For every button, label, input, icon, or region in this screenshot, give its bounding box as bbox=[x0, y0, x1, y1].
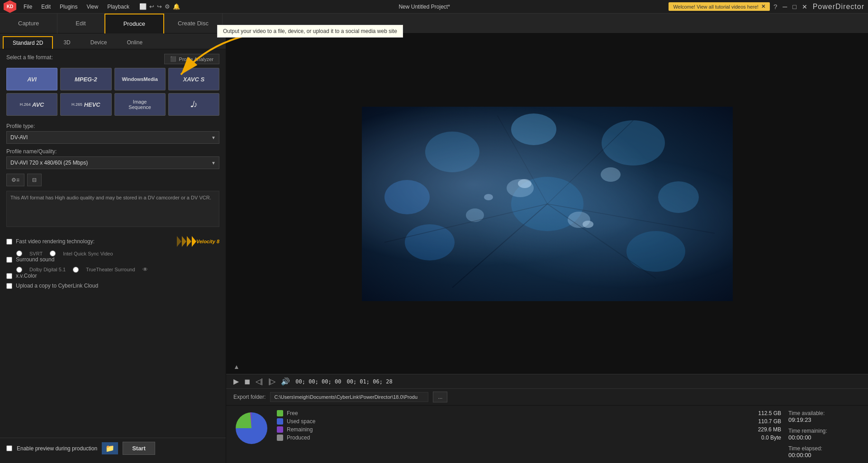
svg-point-5 bbox=[602, 120, 665, 165]
profile-type-section: Profile type: DV-AVI Profile name/Qualit… bbox=[0, 123, 226, 236]
menu-playback[interactable]: Playback bbox=[104, 3, 133, 11]
subtab-online[interactable]: Online bbox=[117, 36, 152, 49]
profile-quality-label: Profile name/Quality: bbox=[6, 148, 219, 155]
main-tabs: Capture Edit Produce Create Disc bbox=[0, 14, 868, 33]
truetheater-radio[interactable] bbox=[73, 267, 79, 273]
cyberlink-checkbox[interactable] bbox=[6, 283, 12, 289]
prev-button[interactable]: ◁| bbox=[256, 377, 263, 386]
left-panel: Standard 2D 3D Device Online Select a fi… bbox=[0, 33, 226, 463]
eject-control[interactable]: ▲ bbox=[233, 363, 240, 370]
profile-analyzer-btn[interactable]: ⬛ Profile Analyzer bbox=[164, 54, 219, 64]
svg-point-10 bbox=[384, 180, 430, 214]
legend-value-remaining: 229.6 MB bbox=[745, 426, 781, 433]
xvcolor-checkbox[interactable] bbox=[6, 273, 12, 279]
storage-legend: Free 112.5 GB Used space 110.7 GB Remain… bbox=[277, 410, 781, 458]
cyberlink-row: Upload a copy to CyberLink Cloud bbox=[6, 283, 219, 289]
menu-file[interactable]: File bbox=[20, 3, 36, 11]
format-imageseq[interactable]: ImageSequence bbox=[114, 93, 166, 116]
toolbar-icon-settings[interactable]: ⚙ bbox=[165, 3, 170, 10]
surround-label: Surround sound bbox=[16, 256, 54, 263]
format-windowsmedia[interactable]: WindowsMedia bbox=[114, 68, 166, 90]
more-button[interactable]: ... bbox=[433, 392, 447, 402]
minimize-btn[interactable]: ─ bbox=[781, 3, 789, 10]
tab-create-disc[interactable]: Create Disc bbox=[164, 14, 223, 33]
tutorial-banner[interactable]: Welcome! View all tutorial videos here! … bbox=[669, 2, 770, 11]
fast-rendering-label: Fast video rendering technology: bbox=[16, 238, 95, 245]
export-path-input[interactable] bbox=[270, 392, 428, 402]
play-button[interactable]: ▶ bbox=[233, 377, 239, 386]
start-button[interactable]: Start bbox=[123, 442, 155, 455]
profile-quality-select[interactable]: DV-AVI 720 x 480/60i (25 Mbps) bbox=[6, 156, 219, 169]
close-btn[interactable]: ✕ bbox=[800, 3, 809, 10]
svrt-radio[interactable] bbox=[16, 250, 22, 256]
svg-point-8 bbox=[511, 113, 556, 145]
svg-rect-1 bbox=[362, 107, 733, 301]
svg-rect-2 bbox=[362, 107, 733, 301]
subtab-device[interactable]: Device bbox=[81, 36, 117, 49]
info-icon: ⊟ bbox=[32, 177, 37, 183]
time-available-label: Time available: bbox=[788, 410, 861, 416]
stop-button[interactable]: ◼ bbox=[244, 377, 250, 386]
format-audio[interactable]: ♩♪ bbox=[168, 93, 219, 116]
window-controls: ─ □ ✕ bbox=[781, 3, 809, 10]
checkbox-section: Fast video rendering technology: Velocit… bbox=[0, 236, 226, 293]
toolbar-icon-notify[interactable]: 🔔 bbox=[173, 3, 180, 10]
format-mpeg2[interactable]: MPEG-2 bbox=[60, 68, 111, 90]
preview-label: Enable preview during production bbox=[17, 445, 97, 452]
folder-icon-btn[interactable]: 📁 bbox=[102, 442, 118, 454]
svg-point-14 bbox=[601, 167, 621, 182]
legend-dot-remaining bbox=[277, 426, 283, 433]
svg-point-6 bbox=[405, 224, 455, 260]
toolbar-icon-1[interactable]: ⬜ bbox=[139, 3, 147, 10]
subtab-3d[interactable]: 3D bbox=[54, 36, 80, 49]
intel-radio[interactable] bbox=[50, 250, 56, 256]
content-area: Standard 2D 3D Device Online Select a fi… bbox=[0, 33, 868, 463]
preview-checkbox[interactable] bbox=[6, 445, 12, 451]
svg-point-22 bbox=[583, 221, 593, 228]
subtab-standard2d[interactable]: Standard 2D bbox=[3, 36, 53, 49]
time-elapsed-label: Time elapsed: bbox=[788, 445, 861, 452]
toolbar-icon-redo[interactable]: ↪ bbox=[157, 3, 162, 10]
fast-rendering-checkbox[interactable] bbox=[6, 239, 12, 245]
format-hevc[interactable]: H.265 HEVC bbox=[60, 93, 111, 116]
legend-dot-free bbox=[277, 410, 283, 416]
surround-checkbox[interactable] bbox=[6, 257, 12, 263]
help-icon[interactable]: ? bbox=[773, 3, 777, 10]
legend-used: Used space 110.7 GB bbox=[277, 418, 781, 425]
pie-chart-svg bbox=[233, 410, 270, 446]
tab-edit[interactable]: Edit bbox=[57, 14, 104, 33]
menu-edit[interactable]: Edit bbox=[38, 3, 54, 11]
format-avi[interactable]: AVI bbox=[6, 68, 57, 90]
legend-free: Free 112.5 GB bbox=[277, 410, 781, 416]
legend-dot-produced bbox=[277, 435, 283, 441]
profile-type-select[interactable]: DV-AVI bbox=[6, 131, 219, 144]
tutorial-close[interactable]: ✕ bbox=[761, 4, 765, 9]
format-xavcs[interactable]: XAVC S bbox=[168, 68, 219, 90]
project-title: New Untitled Project* bbox=[398, 4, 450, 10]
surround-icon: 👁 bbox=[142, 266, 148, 273]
menu-view[interactable]: View bbox=[83, 3, 102, 11]
next-button[interactable]: |▷ bbox=[268, 377, 275, 386]
time-info: Time available: 09:19:23 Time remaining:… bbox=[788, 410, 861, 458]
folder-icon: 📁 bbox=[105, 444, 114, 453]
toolbar-icon-undo[interactable]: ↩ bbox=[149, 3, 154, 10]
tab-produce[interactable]: Produce bbox=[104, 14, 164, 33]
svg-point-23 bbox=[484, 194, 493, 200]
svg-point-13 bbox=[466, 208, 484, 222]
settings-btn[interactable]: ⚙≡ bbox=[6, 174, 24, 186]
svrt-label: SVRT bbox=[29, 251, 43, 256]
legend-value-produced: 0.0 Byte bbox=[745, 435, 781, 441]
xvcolor-label: x.v.Color bbox=[16, 273, 37, 279]
svg-point-12 bbox=[568, 212, 590, 228]
app-logo: KD bbox=[4, 0, 16, 13]
restore-btn[interactable]: □ bbox=[791, 3, 798, 10]
svg-point-9 bbox=[658, 181, 699, 213]
cyberlink-label: Upload a copy to CyberLink Cloud bbox=[16, 283, 98, 289]
tab-capture[interactable]: Capture bbox=[0, 14, 57, 33]
legend-value-free: 112.5 GB bbox=[745, 410, 781, 416]
dolby-radio[interactable] bbox=[16, 267, 22, 273]
menu-plugins[interactable]: Plugins bbox=[56, 3, 81, 11]
info-btn[interactable]: ⊟ bbox=[27, 174, 42, 186]
volume-button[interactable]: 🔊 bbox=[281, 377, 290, 386]
format-avc[interactable]: H.264 AVC bbox=[6, 93, 57, 116]
